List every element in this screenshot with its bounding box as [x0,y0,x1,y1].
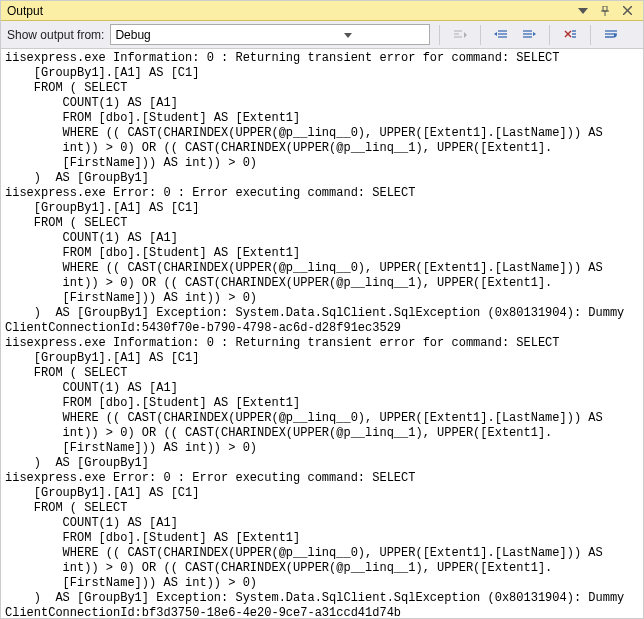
output-source-dropdown[interactable]: Debug [110,24,430,45]
svg-rect-1 [603,6,607,11]
panel-title: Output [7,4,571,18]
toolbar-separator [549,25,550,45]
output-toolbar: Show output from: Debug [1,21,643,49]
close-button[interactable] [617,3,637,19]
svg-marker-0 [578,8,588,14]
find-message-button[interactable] [449,24,471,46]
toolbar-separator [590,25,591,45]
source-label: Show output from: [7,28,104,42]
indent-left-button[interactable] [490,24,512,46]
svg-marker-18 [533,32,536,36]
chevron-down-icon [270,28,425,42]
indent-right-button[interactable] [518,24,540,46]
toolbar-separator [480,25,481,45]
output-log-area[interactable]: iisexpress.exe Information: 0 : Returnin… [1,49,643,618]
word-wrap-button[interactable] [600,24,622,46]
pin-button[interactable] [595,3,615,19]
toolbar-separator [439,25,440,45]
output-source-value: Debug [115,28,270,42]
svg-marker-6 [344,33,352,38]
svg-marker-14 [494,32,497,36]
svg-marker-10 [464,32,467,38]
panel-title-bar: Output [1,1,643,21]
window-position-button[interactable] [573,3,593,19]
clear-all-button[interactable] [559,24,581,46]
